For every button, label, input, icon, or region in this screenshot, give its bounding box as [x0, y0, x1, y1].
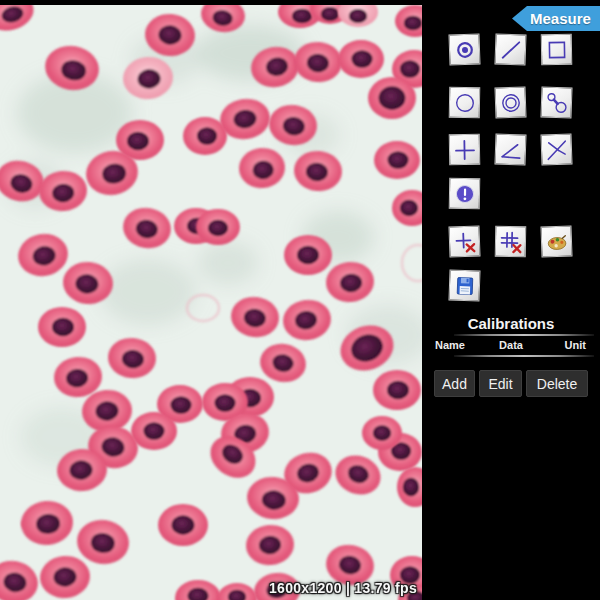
rectangle-tool-button[interactable]: [541, 34, 573, 66]
delete-all-button[interactable]: [495, 226, 527, 258]
blood-cell: [373, 370, 421, 410]
circle-tool-button[interactable]: [449, 87, 481, 119]
two-circle-tool-button[interactable]: [540, 86, 572, 118]
blood-cell: [196, 209, 240, 245]
edit-calibration-button[interactable]: Edit: [479, 370, 522, 397]
exclamation-icon: [452, 181, 476, 205]
divider: [454, 355, 594, 357]
blood-cell: [38, 307, 86, 347]
measure-tab[interactable]: Measure: [512, 6, 600, 31]
measure-panel: Measure: [422, 0, 600, 600]
blood-cell: [374, 141, 420, 179]
column-header-unit: Unit: [565, 339, 586, 351]
cross-icon: [452, 137, 476, 161]
resolution-fps-status: 1600x1200 | 13.79 fps: [269, 580, 417, 596]
add-calibration-button[interactable]: Add: [434, 370, 475, 397]
angle-icon: [498, 137, 523, 162]
line-icon: [498, 37, 523, 62]
delete-measurement-icon: [452, 229, 477, 254]
blood-cell: [368, 77, 416, 119]
blood-smear-image: [0, 5, 422, 600]
blood-cell: [338, 40, 384, 78]
blood-cell: [131, 412, 177, 450]
microscope-live-view[interactable]: 1600x1200 | 13.79 fps: [0, 5, 422, 600]
concentric-circle-tool-button[interactable]: [494, 86, 526, 118]
blood-cell: [183, 117, 227, 155]
save-icon: [452, 273, 477, 298]
point-icon: [452, 37, 477, 62]
palette-button[interactable]: [540, 225, 572, 257]
calibrations-title: Calibrations: [422, 315, 600, 332]
divider: [454, 334, 594, 336]
blood-cell: [158, 504, 208, 546]
three-line-angle-tool-button[interactable]: [540, 133, 572, 165]
two-circles-icon: [544, 90, 569, 115]
rectangle-icon: [544, 37, 568, 61]
blood-cell: [362, 416, 402, 450]
save-button[interactable]: [448, 269, 480, 301]
three-line-angle-icon: [544, 137, 569, 162]
delete-calibration-button[interactable]: Delete: [526, 370, 588, 397]
circle-icon: [452, 90, 476, 114]
point-tool-button[interactable]: [448, 33, 480, 65]
annulus-icon: [498, 90, 523, 115]
blood-cell: [284, 235, 332, 275]
measure-tab-label: Measure: [530, 10, 591, 27]
angle-tool-button[interactable]: [494, 133, 526, 165]
cross-tool-button[interactable]: [449, 134, 481, 166]
line-tool-button[interactable]: [494, 33, 526, 65]
delete-all-icon: [498, 229, 522, 253]
info-button[interactable]: [449, 178, 481, 210]
palette-icon: [544, 229, 569, 254]
delete-measurement-button[interactable]: [448, 225, 480, 257]
